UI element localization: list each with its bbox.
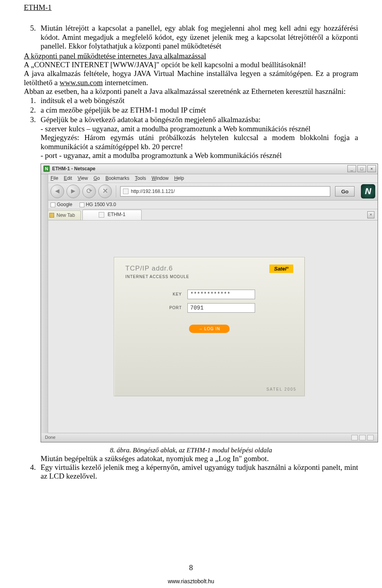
bookmark-icon xyxy=(80,202,84,207)
browser-content: TCP/IP addr.6 Satel° INTERNET ACCESS MOD… xyxy=(41,220,378,433)
document-content: 5. Miután létrejött a kapcsolat a panell… xyxy=(24,24,358,481)
menu-tools[interactable]: Tools xyxy=(135,175,146,181)
sub3-num: 3. xyxy=(24,115,41,160)
figure-caption: 8. ábra. Böngésző ablak, az ETHM-1 modul… xyxy=(24,446,358,454)
link-sun: www.sun.com xyxy=(60,78,103,87)
paragraph-java-3: Abban az esetben, ha a központi panelt a… xyxy=(24,87,358,96)
netscape-logo: N xyxy=(361,184,375,199)
bookmark-hg1500[interactable]: HG 1500 V3.0 xyxy=(80,202,116,207)
reload-button[interactable]: ⟳ xyxy=(82,185,96,198)
tab-page-icon xyxy=(99,212,104,218)
key-input[interactable] xyxy=(187,290,255,299)
menu-file[interactable]: File xyxy=(51,175,58,181)
satel-logo: Satel° xyxy=(269,265,293,273)
page-icon xyxy=(123,189,129,194)
login-button[interactable]: → LOG IN xyxy=(189,325,230,333)
forward-button[interactable]: ► xyxy=(66,185,80,198)
close-button[interactable]: × xyxy=(367,165,376,172)
bookmark-icon xyxy=(51,202,55,207)
status-icon-2 xyxy=(359,435,366,440)
menu-bookmarks[interactable]: Bookmarks xyxy=(105,175,129,181)
title-bar: N ETHM-1 - Netscape _ □ × xyxy=(41,164,378,174)
doc-header: ETHM-1 xyxy=(24,0,358,24)
tab-bar: New Tab ETHM-1 × xyxy=(41,209,378,220)
para-java-2b: internetcímen. xyxy=(103,78,148,87)
paragraph-java-1: A „CONNECT INTERNET [WWW/JAVA]" opciót b… xyxy=(24,60,358,69)
list-text-5: Miután létrejött a kapcsolat a panellel,… xyxy=(41,24,358,51)
footer-url: www.riasztobolt.hu xyxy=(0,578,382,585)
list-number-4: 4. xyxy=(24,463,41,481)
bookmark-bar: Google HG 1500 V3.0 xyxy=(41,201,378,209)
after-figure-text: Miután begépeltük a szükséges adatokat, … xyxy=(24,454,358,463)
menu-edit[interactable]: Edit xyxy=(64,175,72,181)
port-label: PORT xyxy=(164,306,187,310)
list-text-4: Egy virtuális kezelő jelenik meg a képer… xyxy=(41,463,358,481)
status-bar: Done xyxy=(41,433,378,442)
minimize-button[interactable]: _ xyxy=(347,165,356,172)
menu-help[interactable]: Help xyxy=(174,175,184,181)
heading-java: A központi panel működtetése internetes … xyxy=(24,52,358,60)
netscape-icon: N xyxy=(43,165,50,172)
sub3-line3: - port - ugyanaz, amit a modulba program… xyxy=(41,151,358,160)
browser-window: N ETHM-1 - Netscape _ □ × File Edit View… xyxy=(41,164,378,442)
stop-button[interactable]: ✕ xyxy=(98,185,112,198)
port-input[interactable] xyxy=(187,303,255,313)
sub3-text: Gépeljük be a következő adatokat a böngé… xyxy=(41,115,358,160)
tab-ethm1[interactable]: ETHM-1 xyxy=(82,210,142,220)
key-label: KEY xyxy=(164,292,187,297)
sub2-num: 2. xyxy=(24,106,41,115)
url-input[interactable]: http://192.168.1.121/ xyxy=(120,186,330,197)
back-button[interactable]: ◄ xyxy=(51,185,64,198)
sub1-num: 1. xyxy=(24,96,41,105)
status-icon-1 xyxy=(351,435,358,440)
url-text: http://192.168.1.121/ xyxy=(131,189,175,194)
login-applet: TCP/IP addr.6 Satel° INTERNET ACCESS MOD… xyxy=(114,257,305,396)
nav-bar: ◄ ► ⟳ ✕ http://192.168.1.121/ Go N xyxy=(41,183,378,201)
status-text: Done xyxy=(45,435,55,440)
applet-footer: SATEL 2005 xyxy=(266,387,296,392)
new-tab-icon xyxy=(49,213,54,218)
left-strip xyxy=(41,174,48,433)
bookmark-google[interactable]: Google xyxy=(51,202,72,207)
sub2-text: a cím mezőbe gépeljük be az ETHM-1 modul… xyxy=(41,106,358,115)
applet-title: TCP/IP addr.6 xyxy=(125,265,173,273)
applet-subtitle: INTERNET ACCESS MODULE xyxy=(114,275,304,286)
menu-go[interactable]: Go xyxy=(94,175,100,181)
maximize-button[interactable]: □ xyxy=(357,165,366,172)
tab-label: ETHM-1 xyxy=(107,212,125,217)
menu-bar: File Edit View Go Bookmarks Tools Window… xyxy=(41,174,378,183)
page-number: 8 xyxy=(0,563,382,572)
sub1-text: indítsuk el a web böngészőt xyxy=(41,96,358,105)
toolbar-divider xyxy=(116,185,116,197)
sub3-intro: Gépeljük be a következő adatokat a böngé… xyxy=(41,115,358,124)
new-tab-label: New Tab xyxy=(57,212,75,218)
status-icon-3 xyxy=(367,435,374,440)
go-button[interactable]: Go xyxy=(335,186,355,197)
sub3-line1: - szerver kulcs – ugyanaz, amit a modulb… xyxy=(41,125,358,133)
list-number-5: 5. xyxy=(24,24,41,51)
paragraph-java-2: A java alkalmazás feltétele, hogya JAVA … xyxy=(24,69,358,87)
menu-view[interactable]: View xyxy=(78,175,88,181)
tab-close-button[interactable]: × xyxy=(367,211,374,218)
menu-window[interactable]: Window xyxy=(152,175,169,181)
window-title: ETHM-1 - Netscape xyxy=(52,166,347,171)
sub3-line2: Megjegyzés: Három egymás utáni próbálkoz… xyxy=(41,133,358,151)
new-tab-button[interactable]: New Tab xyxy=(43,210,81,220)
